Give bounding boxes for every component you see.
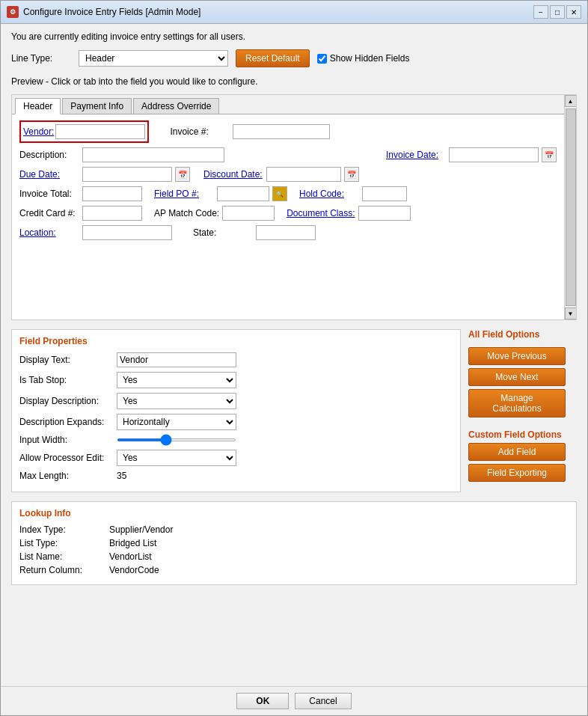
line-type-label: Line Type: xyxy=(11,53,71,64)
vendor-input[interactable] xyxy=(55,124,145,139)
move-previous-button[interactable]: Move Previous xyxy=(468,347,566,365)
custom-field-buttons: Add Field Field Exporting xyxy=(468,443,577,482)
allow-processor-label: Allow Processor Edit: xyxy=(19,453,117,463)
document-class-label[interactable]: Document Class: xyxy=(287,208,355,218)
ap-match-label: AP Match Code: xyxy=(154,208,219,218)
ok-button[interactable]: OK xyxy=(236,693,289,709)
subtitle-text: You are currently editing invoice entry … xyxy=(11,31,577,42)
list-name-label: List Name: xyxy=(19,551,109,562)
preview-section: Header Payment Info Address Override Ven… xyxy=(11,94,577,320)
manage-calculations-button[interactable]: Manage Calculations xyxy=(468,389,566,417)
total-po-hold-row: Invoice Total: Field PO #: 🔍 Hold Code: xyxy=(19,186,557,201)
hold-code-label[interactable]: Hold Code: xyxy=(299,189,359,199)
custom-field-options-section: Custom Field Options Add Field Field Exp… xyxy=(468,429,577,482)
display-text-input[interactable] xyxy=(117,352,236,367)
index-type-label: Index Type: xyxy=(19,524,109,535)
line-type-select[interactable]: Header Detail Footer xyxy=(79,50,228,67)
discount-date-calendar-button[interactable]: 📅 xyxy=(344,167,359,182)
maximize-button[interactable]: □ xyxy=(550,5,565,19)
display-text-row: Display Text: xyxy=(19,352,453,367)
discount-date-label[interactable]: Discount Date: xyxy=(203,169,263,180)
due-discount-row: Due Date: 📅 Discount Date: 📅 xyxy=(19,167,557,182)
credit-card-input[interactable] xyxy=(82,206,142,221)
input-width-slider[interactable] xyxy=(117,438,236,441)
vendor-label[interactable]: Vendor: xyxy=(23,126,54,137)
move-next-button[interactable]: Move Next xyxy=(468,368,566,386)
invoice-hash-input[interactable] xyxy=(233,124,330,139)
main-content: You are currently editing invoice entry … xyxy=(1,24,587,686)
field-properties-panel: Field Properties Display Text: Is Tab St… xyxy=(11,329,461,492)
lookup-info-section: Lookup Info Index Type: Supplier/Vendor … xyxy=(11,501,577,585)
title-bar: ⚙ Configure Invoice Entry Fields [Admin … xyxy=(1,1,587,24)
cancel-button[interactable]: Cancel xyxy=(295,693,351,709)
location-input[interactable] xyxy=(82,225,172,240)
scroll-down-arrow[interactable]: ▼ xyxy=(565,307,577,319)
document-class-input[interactable] xyxy=(358,206,411,221)
is-tab-stop-label: Is Tab Stop: xyxy=(19,375,117,385)
tab-address-override[interactable]: Address Override xyxy=(133,98,219,114)
main-window: ⚙ Configure Invoice Entry Fields [Admin … xyxy=(0,0,588,716)
tab-header[interactable]: Header xyxy=(15,98,61,114)
show-hidden-checkbox-row: Show Hidden Fields xyxy=(317,53,410,64)
state-input[interactable] xyxy=(256,225,316,240)
reset-default-button[interactable]: Reset Default xyxy=(236,49,310,67)
description-expands-select[interactable]: Horizontally Vertically Both xyxy=(117,414,236,430)
display-description-row: Display Description: Yes No xyxy=(19,393,453,409)
list-name-row: List Name: VendorList xyxy=(19,551,569,562)
allow-processor-row: Allow Processor Edit: Yes No xyxy=(19,450,453,466)
field-po-input[interactable] xyxy=(217,186,269,201)
field-exporting-button[interactable]: Field Exporting xyxy=(468,464,566,482)
credit-ap-doc-row: Credit Card #: AP Match Code: Document C… xyxy=(19,206,557,221)
close-button[interactable]: ✕ xyxy=(566,5,581,19)
preview-label: Preview - Click or tab into the field yo… xyxy=(11,76,577,87)
window-controls: − □ ✕ xyxy=(533,5,581,19)
vendor-invoice-row: Vendor: Invoice #: xyxy=(19,120,557,143)
invoice-hash-label: Invoice #: xyxy=(170,126,230,137)
display-text-label: Display Text: xyxy=(19,355,117,365)
description-input[interactable] xyxy=(82,147,224,162)
return-column-value: VendorCode xyxy=(109,565,159,575)
discount-date-input[interactable] xyxy=(266,167,341,182)
invoice-total-input[interactable] xyxy=(82,186,142,201)
preview-scrollbar[interactable]: ▲ ▼ xyxy=(564,95,576,319)
description-row: Description: Invoice Date: 📅 xyxy=(19,147,557,162)
field-po-label[interactable]: Field PO #: xyxy=(154,189,214,199)
hold-code-input[interactable] xyxy=(362,186,407,201)
due-date-input[interactable] xyxy=(82,167,172,182)
custom-field-options-label: Custom Field Options xyxy=(468,429,577,440)
display-description-select[interactable]: Yes No xyxy=(117,393,236,409)
scroll-up-arrow[interactable]: ▲ xyxy=(565,95,577,107)
add-field-button[interactable]: Add Field xyxy=(468,443,566,461)
input-width-label: Input Width: xyxy=(19,435,117,445)
vendor-field-box: Vendor: xyxy=(19,120,149,143)
preview-form: Vendor: Invoice #: Description: Invoice … xyxy=(12,114,564,251)
allow-processor-select[interactable]: Yes No xyxy=(117,450,236,466)
list-type-value: Bridged List xyxy=(109,538,156,548)
due-date-label[interactable]: Due Date: xyxy=(19,169,79,180)
description-expands-label: Description Expands: xyxy=(19,417,117,427)
return-column-row: Return Column: VendorCode xyxy=(19,565,569,575)
ap-match-input[interactable] xyxy=(222,206,275,221)
list-type-label: List Type: xyxy=(19,538,109,548)
credit-card-label: Credit Card #: xyxy=(19,208,79,218)
max-length-label: Max Length: xyxy=(19,471,117,481)
due-date-calendar-button[interactable]: 📅 xyxy=(175,167,190,182)
invoice-total-label: Invoice Total: xyxy=(19,189,79,199)
scroll-thumb[interactable] xyxy=(566,108,576,306)
is-tab-stop-row: Is Tab Stop: Yes No xyxy=(19,372,453,388)
preview-inner: Header Payment Info Address Override Ven… xyxy=(12,95,576,319)
field-properties-title: Field Properties xyxy=(19,336,453,346)
show-hidden-label[interactable]: Show Hidden Fields xyxy=(330,53,410,64)
invoice-date-input[interactable] xyxy=(449,147,539,162)
display-description-label: Display Description: xyxy=(19,396,117,406)
field-po-button[interactable]: 🔍 xyxy=(272,186,287,201)
show-hidden-checkbox[interactable] xyxy=(317,54,327,64)
tab-payment-info[interactable]: Payment Info xyxy=(62,98,132,114)
invoice-date-label[interactable]: Invoice Date: xyxy=(386,150,446,160)
preview-tabs: Header Payment Info Address Override xyxy=(12,95,576,114)
minimize-button[interactable]: − xyxy=(533,5,548,19)
location-label[interactable]: Location: xyxy=(19,227,79,238)
description-label: Description: xyxy=(19,150,79,160)
is-tab-stop-select[interactable]: Yes No xyxy=(117,372,236,388)
invoice-date-calendar-button[interactable]: 📅 xyxy=(542,147,557,162)
